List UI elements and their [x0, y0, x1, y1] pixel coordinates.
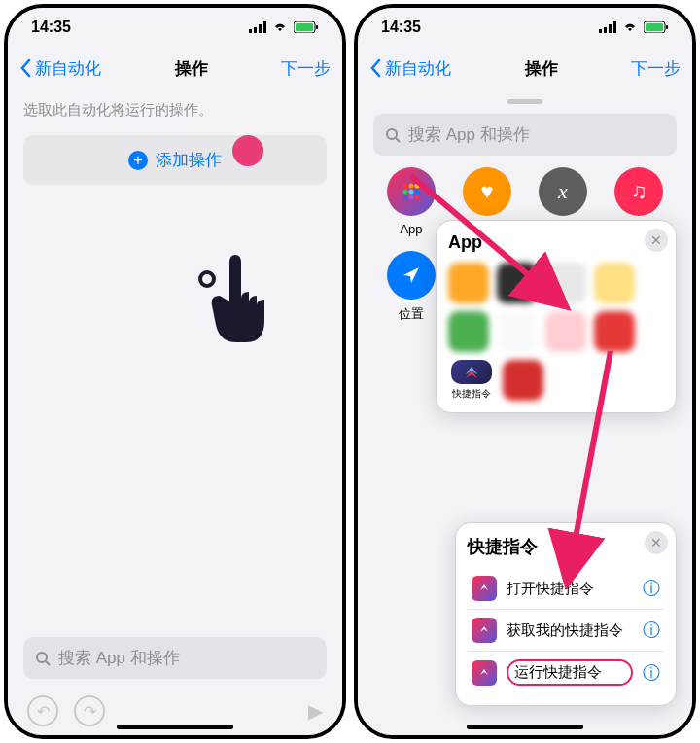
nav-back-label: 新自动化 — [385, 57, 451, 80]
chevron-left-icon — [369, 58, 381, 78]
close-button[interactable]: ✕ — [645, 229, 668, 252]
action-sheet: 搜索 App 和操作 App ♥ 个人收藏 x 脚本 ♫ 媒体 — [358, 93, 692, 735]
add-action-button[interactable]: + 添加操作 — [23, 135, 327, 185]
shortcuts-icon — [472, 618, 497, 643]
svg-point-22 — [403, 190, 408, 195]
svg-rect-12 — [609, 24, 612, 33]
action-open-shortcut[interactable]: 打开快捷指令 ⓘ — [468, 568, 664, 610]
nav-back-label: 新自动化 — [35, 57, 101, 80]
close-button[interactable]: ✕ — [645, 531, 668, 554]
svg-rect-13 — [613, 21, 616, 33]
popover-title: 快捷指令 — [468, 535, 664, 558]
search-placeholder: 搜索 App 和操作 — [408, 124, 530, 146]
svg-rect-11 — [604, 27, 607, 33]
svg-rect-0 — [249, 29, 252, 33]
nav-next-button[interactable]: 下一步 — [281, 57, 331, 80]
home-indicator — [467, 725, 583, 729]
shortcuts-popover: ✕ 快捷指令 打开快捷指令 ⓘ 获取我的快捷指令 ⓘ 运行快捷指令 ⓘ — [455, 522, 677, 706]
svg-point-24 — [415, 190, 420, 195]
action-list: 打开快捷指令 ⓘ 获取我的快捷指令 ⓘ 运行快捷指令 ⓘ — [468, 568, 664, 693]
popover-title: App — [448, 232, 664, 253]
statusbar-time: 14:35 — [381, 18, 421, 36]
nav-title: 操作 — [175, 57, 208, 80]
action-get-shortcuts[interactable]: 获取我的快捷指令 ⓘ — [468, 610, 664, 652]
app-tile[interactable] — [545, 311, 586, 352]
sheet-grabber[interactable] — [508, 99, 542, 104]
statusbar-right — [249, 21, 319, 33]
app-label: 快捷指令 — [452, 387, 491, 401]
hand-pointer-icon — [192, 245, 290, 380]
app-tile[interactable] — [594, 263, 635, 303]
battery-icon — [644, 21, 669, 33]
action-label: 运行快捷指令 — [507, 659, 633, 686]
search-placeholder: 搜索 App 和操作 — [58, 647, 180, 669]
nav-next-button[interactable]: 下一步 — [631, 57, 681, 80]
action-run-shortcut[interactable]: 运行快捷指令 ⓘ — [468, 652, 664, 693]
music-icon: ♫ — [614, 167, 663, 216]
app-tile[interactable] — [497, 311, 538, 352]
script-icon: x — [539, 167, 587, 216]
app-tile[interactable] — [545, 263, 586, 303]
svg-point-8 — [37, 653, 47, 662]
wifi-icon — [622, 21, 638, 33]
statusbar-time: 14:35 — [31, 18, 71, 36]
heart-icon: ♥ — [463, 167, 511, 216]
svg-point-7 — [200, 272, 214, 286]
svg-rect-1 — [254, 27, 257, 33]
svg-rect-15 — [646, 23, 663, 31]
svg-point-21 — [415, 184, 420, 189]
redo-button[interactable]: ↷ — [74, 695, 105, 726]
svg-rect-6 — [316, 25, 318, 29]
svg-point-20 — [409, 184, 414, 189]
svg-point-23 — [409, 190, 414, 195]
nav-back-button[interactable]: 新自动化 — [19, 57, 101, 80]
nav-back-button[interactable]: 新自动化 — [369, 57, 451, 80]
navbar: 新自动化 操作 下一步 — [358, 47, 692, 89]
app-shortcuts[interactable]: 快捷指令 — [448, 360, 495, 401]
search-icon — [35, 651, 51, 666]
signal-icon — [249, 21, 266, 33]
location-icon — [387, 251, 436, 300]
statusbar: 14:35 — [358, 8, 692, 47]
hint-text: 选取此自动化将运行的操作。 — [23, 101, 327, 120]
app-tile[interactable] — [594, 311, 635, 352]
navbar: 新自动化 操作 下一步 — [8, 47, 342, 89]
shortcuts-icon — [472, 576, 497, 601]
search-icon — [385, 127, 401, 143]
action-label: 获取我的快捷指令 — [507, 621, 633, 640]
app-tile[interactable] — [503, 360, 543, 401]
app-tile[interactable] — [448, 263, 489, 303]
content-left: 选取此自动化将运行的操作。 + 添加操作 — [8, 89, 342, 637]
info-icon[interactable]: ⓘ — [643, 577, 660, 600]
search-input[interactable]: 搜索 App 和操作 — [23, 637, 327, 679]
chevron-left-icon — [19, 58, 31, 78]
home-indicator — [117, 725, 233, 729]
signal-icon — [599, 21, 616, 33]
info-icon[interactable]: ⓘ — [643, 661, 660, 685]
tap-highlight — [232, 135, 263, 166]
svg-point-19 — [403, 184, 408, 189]
svg-point-25 — [403, 195, 408, 200]
svg-rect-2 — [259, 24, 262, 33]
app-tile[interactable] — [448, 311, 489, 352]
info-icon[interactable]: ⓘ — [643, 619, 660, 642]
svg-line-18 — [396, 138, 400, 142]
statusbar-right — [599, 21, 669, 33]
action-label: 打开快捷指令 — [507, 580, 633, 598]
shortcuts-icon — [472, 660, 497, 686]
undo-button[interactable]: ↶ — [27, 695, 58, 726]
svg-rect-10 — [599, 29, 602, 33]
battery-icon — [294, 21, 319, 33]
wifi-icon — [272, 21, 288, 33]
shortcuts-icon — [451, 360, 492, 384]
app-tile[interactable] — [497, 263, 538, 303]
play-button[interactable]: ▶ — [308, 699, 323, 723]
svg-point-17 — [387, 129, 397, 139]
svg-rect-3 — [263, 21, 266, 33]
svg-point-26 — [409, 195, 414, 200]
nav-title: 操作 — [525, 57, 558, 80]
svg-rect-16 — [666, 25, 668, 29]
app-grid-icon — [387, 167, 436, 216]
search-input[interactable]: 搜索 App 和操作 — [373, 114, 677, 156]
plus-icon: + — [128, 151, 148, 170]
